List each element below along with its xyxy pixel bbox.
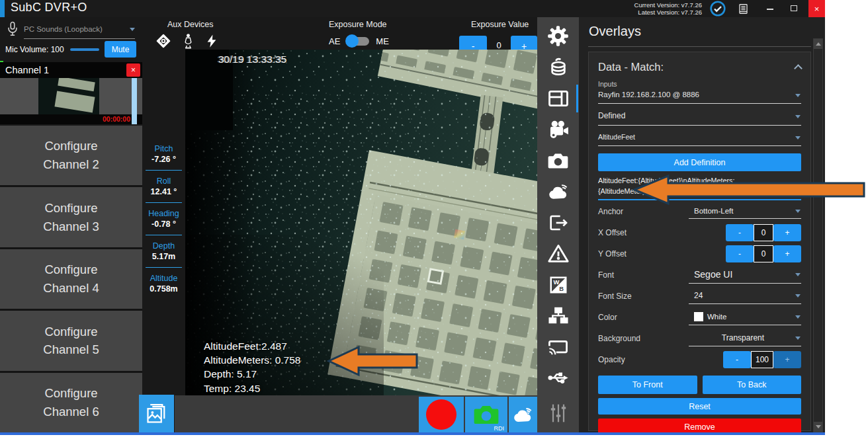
opacity-plus-button[interactable]: +: [773, 351, 801, 368]
still-camera-icon[interactable]: [546, 148, 570, 173]
network-icon[interactable]: [546, 303, 570, 328]
toggle-knob[interactable]: [345, 34, 359, 48]
telemetry-pitch: Pitch -7.26 °: [142, 140, 185, 168]
font-label: Font: [598, 270, 614, 280]
exposure-mode-label: Exposure Mode: [329, 20, 387, 29]
update-check-icon[interactable]: [710, 1, 726, 17]
configure-channel-6[interactable]: Configure Channel 6: [0, 373, 142, 432]
close-button[interactable]: ×: [808, 0, 825, 17]
y-offset-value[interactable]: 0: [754, 245, 773, 262]
maximize-button[interactable]: [791, 5, 797, 11]
y-offset-minus-button[interactable]: -: [726, 245, 754, 262]
telemetry-column: Pitch -7.26 ° Roll 12.41 ° Heading -0.78…: [142, 140, 185, 298]
data-overlay-text: AltitudeFeet:2.487 AltitudeMeters: 0.758…: [204, 339, 300, 395]
data-match-card: Data - Match: Inputs Rayfin 192.168.2.10…: [588, 52, 811, 431]
title-accent-strip: [0, 0, 5, 17]
annotation-arrow-overlay-text: [324, 344, 421, 378]
color-select[interactable]: White: [689, 310, 801, 325]
inputs-label: Inputs: [598, 80, 801, 88]
mic-volume-slider[interactable]: [70, 48, 99, 51]
opacity-minus-button[interactable]: -: [723, 351, 751, 368]
reset-button[interactable]: Reset: [598, 398, 801, 415]
minimize-button[interactable]: [767, 9, 773, 10]
configure-channel-4[interactable]: Configure Channel 4: [0, 249, 142, 309]
snapshot-button[interactable]: RDI: [465, 397, 507, 432]
overlays-icon[interactable]: [546, 86, 570, 110]
input-source-select[interactable]: Rayfin 192.168.2.100 @ 8886: [598, 88, 801, 104]
telemetry-divider: [146, 202, 182, 203]
y-offset-plus-button[interactable]: +: [773, 245, 801, 262]
manual-book-icon[interactable]: [737, 3, 750, 15]
channel1-header: Channel 1: [0, 62, 142, 78]
font-size-label: Font Size: [598, 292, 632, 301]
channel1-thumbnail[interactable]: [38, 78, 99, 114]
to-back-button[interactable]: To Back: [703, 376, 802, 394]
configure-channel-5[interactable]: Configure Channel 5: [0, 311, 142, 370]
adjustments-icon[interactable]: [546, 401, 570, 425]
exposure-value-label: Exposure Value: [471, 20, 529, 29]
media-storage-icon[interactable]: [546, 55, 570, 79]
definition-select[interactable]: AltitudeFeet: [598, 130, 801, 146]
cloud-wifi-icon: [512, 406, 534, 424]
cloud-upload-icon[interactable]: [546, 179, 570, 204]
scroll-up-button[interactable]: [814, 39, 822, 49]
x-offset-minus-button[interactable]: -: [726, 224, 754, 241]
audio-device-select[interactable]: PC Sounds (Loopback): [24, 25, 103, 33]
opacity-value[interactable]: 100: [751, 351, 773, 368]
font-size-select[interactable]: 24: [689, 289, 801, 304]
font-select[interactable]: Segoe UI: [689, 267, 801, 284]
record-icon: [426, 399, 456, 430]
exposure-mode-toggle[interactable]: [347, 37, 369, 46]
y-offset-stepper: - 0 +: [726, 245, 801, 262]
panel-title: Overlays: [589, 24, 641, 39]
configure-channel-2[interactable]: Configure Channel 2: [0, 126, 142, 185]
configure-channel-3[interactable]: Configure Channel 3: [0, 187, 142, 247]
section-title: Data - Match:: [598, 61, 664, 73]
svg-text:W: W: [553, 279, 559, 286]
video-bottom-bar: RDI: [175, 395, 537, 432]
exposure-value: 0: [490, 40, 508, 50]
gallery-button[interactable]: [139, 395, 174, 432]
x-offset-plus-button[interactable]: +: [773, 224, 801, 241]
background-select[interactable]: Transparent: [689, 331, 801, 346]
to-front-button[interactable]: To Front: [598, 376, 697, 394]
chevron-down-icon: [795, 136, 801, 140]
selected-tab-indicator: [576, 85, 578, 112]
collapse-chevron-icon[interactable]: [794, 64, 803, 73]
add-definition-button[interactable]: Add Definition: [598, 153, 801, 171]
x-offset-value[interactable]: 0: [754, 224, 773, 241]
record-timer-bar: 00:00:00: [0, 114, 142, 124]
annotation-arrow-definition: [630, 173, 867, 206]
file-export-icon[interactable]: [546, 210, 570, 235]
record-button[interactable]: [419, 397, 464, 432]
screen-share-icon[interactable]: [546, 335, 570, 359]
settings-rail: WB: [537, 17, 579, 435]
audio-panel: PC Sounds (Loopback) Mic Volume: 100 Mut…: [0, 17, 142, 62]
panel-scrollbar[interactable]: [813, 38, 823, 432]
telemetry-heading: Heading -0.78 °: [142, 205, 185, 233]
settings-icon[interactable]: [546, 24, 570, 48]
cloud-upload-button[interactable]: [509, 397, 537, 432]
chevron-down-icon: [795, 337, 801, 340]
usb-devices-icon[interactable]: [546, 366, 570, 390]
thumbnail-panel-shape: [54, 91, 95, 113]
section-header[interactable]: Data - Match:: [598, 61, 801, 73]
video-settings-icon[interactable]: [546, 117, 570, 141]
white-balance-icon[interactable]: WB: [546, 272, 570, 297]
channel-list-scrollbar[interactable]: [132, 78, 137, 124]
alerts-icon[interactable]: [546, 241, 570, 266]
thumbnail-panel-shape: [58, 78, 95, 91]
mute-button[interactable]: Mute: [105, 41, 136, 58]
background-row: Background Transparent: [598, 329, 801, 348]
background-label: Background: [598, 334, 640, 343]
channel1-close-button[interactable]: ×: [126, 63, 140, 77]
chevron-down-icon: [795, 294, 801, 298]
redaction-box: [185, 64, 233, 130]
chevron-down-icon: [795, 115, 801, 118]
anchor-select[interactable]: Bottom-Left: [689, 205, 801, 219]
arrow-down-icon: [816, 425, 821, 428]
laser-icon[interactable]: [155, 32, 172, 52]
mode-select[interactable]: Defined: [598, 108, 801, 126]
scroll-down-button[interactable]: [814, 422, 822, 432]
aux-devices-label: Aux Devices: [167, 20, 213, 29]
